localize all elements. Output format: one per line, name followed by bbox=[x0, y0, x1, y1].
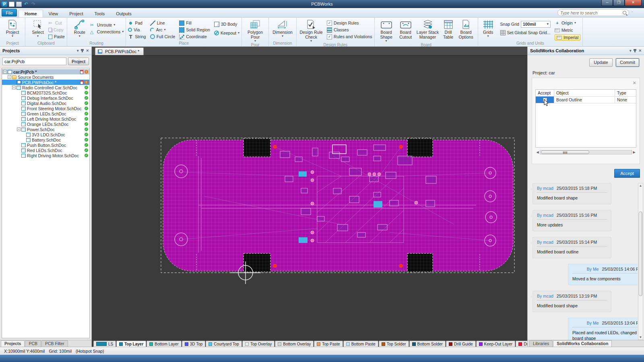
project-dropdown-button[interactable]: Project bbox=[68, 58, 89, 65]
tree-row[interactable]: Front Steering Motor.SchDoc ✓ bbox=[2, 106, 89, 111]
message-author-link[interactable]: By Me bbox=[587, 267, 599, 272]
layer-tab-top-paste[interactable]: Top Paste bbox=[314, 341, 343, 347]
drill-table-button[interactable]: Drill Table bbox=[440, 19, 456, 39]
vertical-scrollbar[interactable]: ▲ ▼ bbox=[638, 183, 643, 340]
tab-outputs[interactable]: Outputs bbox=[110, 10, 137, 17]
copy-button[interactable]: Copy bbox=[48, 27, 65, 33]
layer-tab-bottom-paste[interactable]: Bottom Paste bbox=[343, 341, 378, 347]
full-circle-button[interactable]: Full Circle bbox=[150, 33, 175, 40]
project-filter-input[interactable] bbox=[2, 58, 66, 65]
board-shape-button[interactable]: Board Shape ▾ bbox=[377, 19, 396, 43]
unroute-button[interactable]: ✂ Unroute▾ bbox=[90, 22, 124, 28]
panel-close-icon[interactable]: ✕ bbox=[638, 49, 642, 53]
accept-button[interactable]: Accept bbox=[614, 169, 640, 178]
3d-body-button[interactable]: 3D Body bbox=[214, 21, 239, 27]
cut-button[interactable]: ✄ Cut bbox=[48, 20, 65, 26]
tab-pcb[interactable]: PCB bbox=[25, 340, 41, 347]
pin-icon[interactable] bbox=[634, 49, 636, 52]
layer-tab-bottom-layer[interactable]: Bottom Layer bbox=[147, 341, 181, 347]
panel-menu-icon[interactable]: ▾ bbox=[77, 49, 79, 53]
minimize-button[interactable]: ─ bbox=[601, 0, 613, 6]
tree-row[interactable]: Digital Audio.SchDoc ✓ bbox=[2, 101, 89, 106]
route-button[interactable]: Route ▾ bbox=[69, 19, 90, 38]
tree-row[interactable]: − Source Documents bbox=[2, 74, 89, 80]
message-author-link[interactable]: By mcad bbox=[537, 240, 553, 245]
pin-icon[interactable] bbox=[82, 49, 83, 52]
line-button[interactable]: Line bbox=[150, 20, 175, 26]
collapse-icon[interactable]: − bbox=[8, 75, 11, 79]
paste-button[interactable]: Paste bbox=[48, 33, 65, 40]
snap-grid-combobox[interactable]: 100mil ▾ bbox=[521, 21, 551, 28]
collapse-ribbon-icon[interactable]: ˆ bbox=[632, 11, 633, 15]
layer-set-tab[interactable]: LS bbox=[93, 341, 116, 347]
solid-region-button[interactable]: Solid Region bbox=[179, 27, 210, 33]
layer-tab-drill-guide[interactable]: Drill Guide bbox=[446, 341, 476, 347]
pad-button[interactable]: Pad bbox=[128, 20, 146, 26]
scroll-left-icon[interactable]: ◀ bbox=[535, 150, 540, 154]
metric-button[interactable]: Metric bbox=[555, 27, 580, 33]
set-global-snap-grid-button[interactable]: Set Global Snap Grid... bbox=[500, 29, 551, 36]
message-author-link[interactable]: By mcad bbox=[537, 294, 553, 298]
update-button[interactable]: Update bbox=[589, 58, 613, 67]
column-header-type[interactable]: Type bbox=[615, 90, 636, 96]
scroll-up-icon[interactable]: ▲ bbox=[638, 183, 643, 188]
tree-row[interactable]: BCM20732S.SchDoc ✓ bbox=[2, 90, 89, 95]
column-header-object[interactable]: Object bbox=[554, 90, 615, 96]
keepout-button[interactable]: Keepout▾ bbox=[214, 30, 239, 36]
tab-libraries[interactable]: Libraries bbox=[529, 340, 553, 347]
column-header-accept[interactable]: Accept bbox=[536, 90, 554, 96]
message-author-link[interactable]: By Me bbox=[587, 321, 599, 325]
collapse-icon[interactable]: − bbox=[3, 70, 7, 74]
tree-row[interactable]: Battery.SchDoc ✓ bbox=[2, 137, 89, 142]
tree-row[interactable]: Debug Interface.SchDoc ✓ bbox=[2, 95, 89, 101]
tree-row[interactable]: Left Driving Motor.SchDoc ✓ bbox=[2, 116, 89, 121]
board-cutout-button[interactable]: Board Cutout bbox=[396, 19, 415, 39]
layer-tab-courtyard-top[interactable]: Courtyard Top bbox=[206, 341, 242, 347]
tree-row[interactable]: − car.PrjPcb * ! bbox=[2, 69, 89, 74]
tree-row[interactable]: Right Driving Motor.SchDoc ✓ bbox=[2, 153, 89, 158]
layer-tab-keep-out[interactable]: Keep-Out Layer bbox=[476, 341, 516, 347]
board-options-button[interactable]: Board Options bbox=[456, 19, 476, 39]
layer-tab-top-solder[interactable]: Top Solder bbox=[379, 341, 409, 347]
accept-checkbox[interactable]: ✓ bbox=[543, 98, 547, 102]
string-button[interactable]: TString bbox=[128, 33, 146, 40]
tab-view[interactable]: View bbox=[43, 10, 64, 17]
table-row[interactable]: ✓ Board Outline None bbox=[536, 97, 636, 103]
layer-tab-bottom-overlay[interactable]: Bottom Overlay bbox=[275, 341, 314, 347]
via-button[interactable]: Via bbox=[128, 27, 146, 33]
layer-tab-top-overlay[interactable]: Top Overlay bbox=[242, 341, 275, 347]
design-rules-button[interactable]: ✓Design Rules bbox=[327, 20, 372, 26]
tab-solidworks-collaboration[interactable]: SolidWorks Collaboration bbox=[553, 340, 612, 347]
tree-row[interactable]: − Radio Controlled Car.SchDoc ✓ bbox=[2, 85, 89, 90]
message-author-link[interactable]: By mcad bbox=[537, 186, 553, 191]
scrollbar-thumb[interactable]: ▮▮▮ bbox=[541, 150, 589, 154]
arc-button[interactable]: Arc▾ bbox=[150, 27, 175, 33]
tab-tools[interactable]: Tools bbox=[89, 10, 110, 17]
select-button[interactable]: Select ▾ bbox=[27, 19, 48, 38]
tree-row[interactable]: Orange LEDs.SchDoc ✓ bbox=[2, 121, 89, 127]
horizontal-scrollbar[interactable]: ◀ ▮▮▮ ▶ bbox=[535, 150, 636, 155]
scrollbar-thumb[interactable] bbox=[639, 212, 642, 296]
grids-button[interactable]: Grids ▾ bbox=[480, 19, 496, 38]
polygon-pour-button[interactable]: Polygon Pour ▾ bbox=[244, 19, 266, 43]
tree-row[interactable]: 3V3 LDO.SchDoc ✓ bbox=[2, 132, 89, 137]
connections-button[interactable]: △ Connections▾ bbox=[90, 29, 124, 35]
layer-tab-top-layer[interactable]: Top Layer bbox=[116, 341, 146, 347]
layer-tab-3d-top[interactable]: 3D Top bbox=[182, 341, 206, 347]
close-button[interactable]: ✕ bbox=[625, 0, 642, 6]
dimension-button[interactable]: Dimension ▾ bbox=[271, 19, 294, 38]
file-menu-button[interactable]: File bbox=[2, 9, 17, 16]
project-button[interactable]: Project ▾ bbox=[2, 19, 23, 38]
scroll-down-icon[interactable]: ▼ bbox=[638, 335, 643, 339]
collapse-icon[interactable]: − bbox=[17, 128, 21, 131]
tab-pcb-filter[interactable]: PCB Filter bbox=[41, 340, 68, 347]
panel-close-icon[interactable]: ✕ bbox=[86, 49, 89, 53]
fill-button[interactable]: Fill bbox=[179, 20, 210, 26]
coordinate-button[interactable]: Coordinate bbox=[179, 33, 210, 40]
tab-home[interactable]: Home bbox=[19, 10, 43, 17]
maximize-button[interactable]: ❐ bbox=[613, 0, 625, 6]
classes-button[interactable]: Classes bbox=[327, 27, 372, 33]
tree-row[interactable]: Red LEDs.SchDoc ✓ bbox=[2, 148, 89, 153]
layer-tab-drill-drawing[interactable]: Drill Drawing bbox=[516, 341, 527, 347]
collapse-icon[interactable]: − bbox=[12, 86, 16, 89]
